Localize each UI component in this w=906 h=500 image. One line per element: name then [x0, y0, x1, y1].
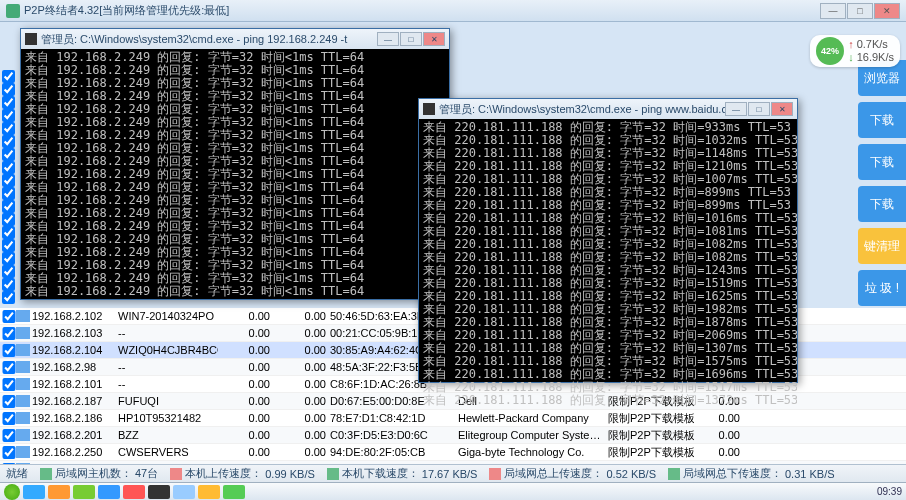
- cmd-icon: [423, 103, 435, 115]
- row-checkbox[interactable]: [2, 187, 15, 200]
- row-checkbox[interactable]: [2, 83, 15, 96]
- cmd-max[interactable]: □: [748, 102, 770, 116]
- row-checkbox[interactable]: [2, 265, 15, 278]
- taskbar-time: 09:39: [877, 486, 902, 497]
- total-up-icon: [489, 468, 501, 480]
- taskbar-app[interactable]: [48, 485, 70, 499]
- row-checkbox[interactable]: [2, 70, 15, 83]
- row-checkbox[interactable]: [2, 327, 16, 340]
- speed-text: ↑ 0.7K/s ↓ 16.9K/s: [848, 38, 894, 64]
- taskbar-app[interactable]: [98, 485, 120, 499]
- hosts-icon: [40, 468, 52, 480]
- host-icon: [16, 395, 30, 407]
- cmd-min[interactable]: —: [377, 32, 399, 46]
- row-checkbox[interactable]: [2, 446, 16, 459]
- maximize-button[interactable]: □: [847, 3, 873, 19]
- row-checkbox[interactable]: [2, 174, 15, 187]
- host-icon: [16, 378, 30, 390]
- table-row[interactable]: 192.168.2.201BZZ0.000.00C0:3F:D5:E3:D0:6…: [0, 427, 906, 444]
- taskbar-app[interactable]: [198, 485, 220, 499]
- host-icon: [16, 361, 30, 373]
- taskbar-app[interactable]: [223, 485, 245, 499]
- table-row[interactable]: 192.168.2.250CWSERVERS0.000.0094:DE:80:2…: [0, 444, 906, 461]
- right-panel-btn[interactable]: 垃 圾 !: [858, 270, 906, 306]
- cmd-max[interactable]: □: [400, 32, 422, 46]
- row-checkbox[interactable]: [2, 278, 15, 291]
- row-checkbox[interactable]: [2, 226, 15, 239]
- right-panel-btn[interactable]: 下载: [858, 102, 906, 138]
- row-checkbox[interactable]: [2, 96, 15, 109]
- row-checkbox[interactable]: [2, 429, 16, 442]
- row-checkbox[interactable]: [2, 310, 16, 323]
- up-icon: [170, 468, 182, 480]
- total-down-icon: [668, 468, 680, 480]
- speed-widget[interactable]: 42% ↑ 0.7K/s ↓ 16.9K/s: [810, 35, 900, 67]
- status-bar: 就绪 局域网主机数：47台 本机上传速度：0.99 KB/S 本机下载速度：17…: [0, 464, 906, 482]
- row-checkbox[interactable]: [2, 252, 15, 265]
- down-icon: [327, 468, 339, 480]
- row-checkbox[interactable]: [2, 200, 15, 213]
- host-icon: [16, 327, 30, 339]
- cmd-close[interactable]: ✕: [771, 102, 793, 116]
- speed-percent: 42%: [816, 37, 844, 65]
- start-button[interactable]: [4, 484, 20, 500]
- close-button[interactable]: ✕: [874, 3, 900, 19]
- host-icon: [16, 310, 30, 322]
- row-checkbox[interactable]: [2, 161, 15, 174]
- table-row[interactable]: 192.168.2.186HP10T953214820.000.0078:E7:…: [0, 410, 906, 427]
- taskbar-app[interactable]: [73, 485, 95, 499]
- cmd-output: 来自 192.168.2.249 的回复: 字节=32 时间<1ms TTL=6…: [21, 49, 449, 300]
- app-title-bar: P2P终结者4.32[当前网络管理优先级:最低] — □ ✕: [0, 0, 906, 22]
- window-buttons: — □ ✕: [820, 3, 900, 19]
- cmd-window-local[interactable]: 管理员: C:\Windows\system32\cmd.exe - ping …: [20, 28, 450, 300]
- cmd-close[interactable]: ✕: [423, 32, 445, 46]
- row-checkbox[interactable]: [2, 378, 16, 391]
- row-checkbox[interactable]: [2, 291, 15, 304]
- row-checkbox[interactable]: [2, 148, 15, 161]
- minimize-button[interactable]: —: [820, 3, 846, 19]
- cmd-title-bar[interactable]: 管理员: C:\Windows\system32\cmd.exe - ping …: [21, 29, 449, 49]
- host-icon: [16, 429, 30, 441]
- host-icon: [16, 412, 30, 424]
- taskbar[interactable]: 09:39: [0, 482, 906, 500]
- right-panel: 浏览器下载下载下载键清理垃 圾 !: [858, 60, 906, 306]
- row-checkbox[interactable]: [2, 135, 15, 148]
- row-checkbox[interactable]: [2, 412, 16, 425]
- row-checkbox[interactable]: [2, 344, 16, 357]
- cmd-output: 来自 220.181.111.188 的回复: 字节=32 时间=933ms T…: [419, 119, 797, 409]
- app-title: P2P终结者4.32[当前网络管理优先级:最低]: [24, 3, 820, 18]
- row-checkbox[interactable]: [2, 395, 16, 408]
- taskbar-app[interactable]: [23, 485, 45, 499]
- cmd-title-bar[interactable]: 管理员: C:\Windows\system32\cmd.exe - ping …: [419, 99, 797, 119]
- cmd-min[interactable]: —: [725, 102, 747, 116]
- cmd-icon: [25, 33, 37, 45]
- row-checkbox[interactable]: [2, 109, 15, 122]
- cmd-title-text: 管理员: C:\Windows\system32\cmd.exe - ping …: [439, 102, 725, 117]
- left-checkbox-column: for(let i=0;i<18;i++)document.write('<di…: [2, 70, 15, 304]
- cmd-title-text: 管理员: C:\Windows\system32\cmd.exe - ping …: [41, 32, 377, 47]
- taskbar-app[interactable]: [123, 485, 145, 499]
- row-checkbox[interactable]: [2, 361, 16, 374]
- right-panel-btn[interactable]: 键清理: [858, 228, 906, 264]
- row-checkbox[interactable]: [2, 239, 15, 252]
- taskbar-app[interactable]: [148, 485, 170, 499]
- row-checkbox[interactable]: [2, 213, 15, 226]
- host-icon: [16, 446, 30, 458]
- cmd-window-baidu[interactable]: 管理员: C:\Windows\system32\cmd.exe - ping …: [418, 98, 798, 383]
- right-panel-btn[interactable]: 下载: [858, 186, 906, 222]
- row-checkbox[interactable]: [2, 122, 15, 135]
- host-icon: [16, 344, 30, 356]
- status-ready: 就绪: [6, 466, 28, 481]
- right-panel-btn[interactable]: 下载: [858, 144, 906, 180]
- taskbar-app[interactable]: [173, 485, 195, 499]
- app-icon: [6, 4, 20, 18]
